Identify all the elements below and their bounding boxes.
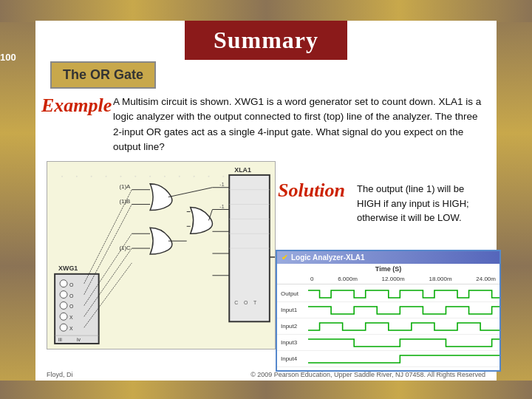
example-label: Example: [41, 95, 112, 117]
time-24: 24.00m: [476, 276, 496, 282]
time-12: 12.000m: [382, 276, 405, 282]
circuit-diagram: XLA1 C O T -1: [47, 161, 276, 349]
output-label: Output: [277, 290, 308, 297]
main-content-area: Summary The OR Gate Example A Multisim c…: [35, 21, 497, 381]
svg-point-4: [106, 176, 107, 177]
svg-text:C: C: [234, 300, 238, 305]
svg-text:(1)A: (1)A: [119, 183, 131, 190]
input1-signal-row: Input1: [277, 302, 499, 318]
time-axis: 0 6.000m 12.000m 18.000m 24.00m: [277, 274, 499, 284]
input3-signal-row: Input3: [277, 335, 499, 351]
svg-text:-1: -1: [219, 182, 224, 187]
input1-waveform: [308, 305, 499, 316]
input3-label: Input3: [277, 339, 308, 346]
input3-waveform: [308, 338, 499, 348]
input1-label: Input1: [277, 307, 308, 313]
input4-label: Input4: [277, 355, 308, 362]
svg-text:XWG1: XWG1: [58, 265, 78, 272]
svg-point-53: [60, 302, 67, 310]
svg-point-7: [149, 176, 151, 177]
svg-text:X: X: [69, 315, 73, 320]
svg-text:-1: -1: [219, 204, 224, 209]
svg-text:O: O: [69, 282, 74, 287]
svg-text:O: O: [69, 293, 74, 299]
svg-text:XLA1: XLA1: [234, 166, 251, 174]
solution-label: Solution: [278, 180, 345, 202]
svg-point-8: [164, 176, 166, 177]
input2-waveform: [308, 321, 499, 332]
svg-point-59: [60, 324, 67, 331]
bg-bottom-strip: [0, 381, 532, 399]
time-18: 18.000m: [429, 276, 451, 282]
svg-point-47: [60, 280, 67, 287]
time-label: Time (S): [277, 264, 499, 274]
signal-rows: Output Input1 Input2: [277, 284, 499, 369]
svg-text:iv: iv: [77, 337, 81, 342]
svg-point-1: [61, 176, 63, 177]
logic-analyzer-panel: ✔ Logic Analyzer-XLA1 Time (S) 0 6.000m …: [276, 250, 501, 372]
svg-text:iii: iii: [58, 337, 62, 342]
input4-waveform: [308, 354, 499, 364]
la-titlebar: ✔ Logic Analyzer-XLA1: [277, 251, 499, 264]
time-6: 6.000m: [338, 276, 358, 282]
svg-point-10: [194, 176, 195, 177]
input4-signal-row: Input4: [277, 351, 499, 367]
solution-text: The output (line 1) will be HIGH if any …: [357, 182, 489, 225]
svg-point-56: [60, 313, 67, 320]
svg-point-5: [120, 176, 121, 177]
svg-point-3: [91, 176, 92, 177]
output-signal-row: Output: [277, 286, 499, 302]
section-title: The OR Gate: [50, 61, 156, 89]
input2-label: Input2: [277, 323, 308, 330]
bg-top-strip: [0, 0, 532, 22]
circuit-svg: XLA1 C O T -1: [47, 162, 275, 349]
footer-right: © 2009 Pearson Education, Upper Saddle R…: [250, 371, 485, 378]
la-check-icon: ✔: [282, 253, 287, 262]
footer-left: Floyd, Di: [47, 371, 73, 378]
svg-point-2: [76, 176, 78, 177]
svg-point-6: [134, 176, 136, 177]
svg-point-9: [179, 176, 180, 177]
description-text: A Multisim circuit is shown. XWG1 is a w…: [113, 95, 485, 154]
input2-signal-row: Input2: [277, 318, 499, 335]
summary-banner: Summary: [185, 21, 347, 60]
svg-point-12: [222, 176, 224, 177]
svg-point-11: [208, 176, 209, 177]
svg-text:X: X: [69, 326, 73, 331]
footer-area: Floyd, Di © 2009 Pearson Education, Uppe…: [47, 371, 485, 378]
svg-text:(1)B: (1)B: [119, 198, 130, 205]
la-title: Logic Analyzer-XLA1: [291, 253, 365, 262]
slide-number: 100: [0, 52, 16, 63]
output-waveform: [308, 289, 499, 299]
svg-text:O: O: [69, 304, 74, 309]
time-0: 0: [310, 276, 313, 282]
svg-text:O: O: [244, 300, 248, 305]
svg-point-50: [60, 291, 67, 299]
svg-text:T: T: [253, 300, 257, 305]
